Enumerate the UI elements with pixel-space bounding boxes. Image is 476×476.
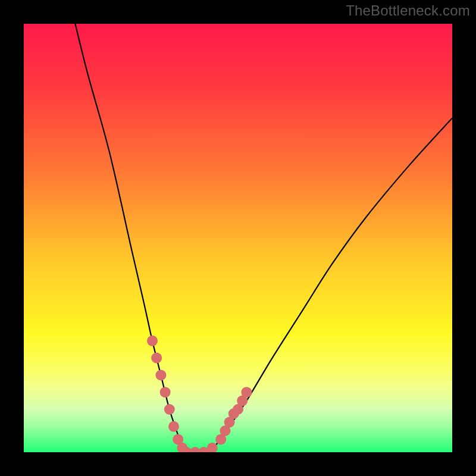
highlight-point bbox=[168, 421, 179, 432]
highlight-point bbox=[160, 387, 171, 397]
highlight-point bbox=[241, 387, 252, 397]
highlight-point bbox=[147, 336, 158, 346]
chart-container: TheBottleneck.com bbox=[0, 0, 476, 476]
highlight-markers bbox=[147, 336, 252, 452]
watermark-text: TheBottleneck.com bbox=[346, 2, 470, 19]
highlight-point bbox=[151, 353, 162, 364]
curve-layer bbox=[24, 24, 452, 452]
plot-area bbox=[24, 24, 452, 452]
highlight-point bbox=[155, 369, 166, 380]
highlight-point bbox=[164, 404, 175, 415]
bottleneck-curve bbox=[75, 24, 452, 452]
